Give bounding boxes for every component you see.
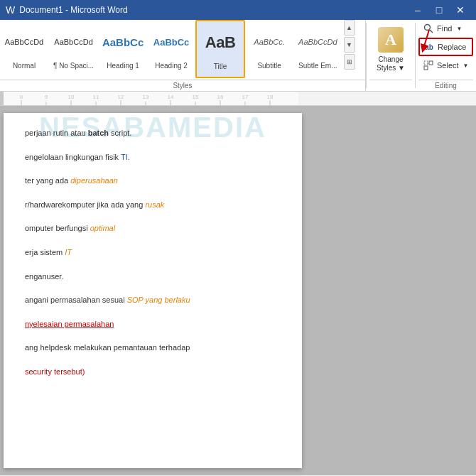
text-blue: TI <box>121 153 128 161</box>
scroll-down-button[interactable]: ▼ <box>344 37 355 53</box>
style-heading1-label: Heading 1 <box>107 62 139 70</box>
title-bar: W Document1 - Microsoft Word – □ ✕ <box>0 0 476 20</box>
svg-point-1 <box>425 25 431 31</box>
style-subtitle-label: Subtitle <box>257 62 281 70</box>
find-button[interactable]: Find ▼ <box>418 20 473 37</box>
style-heading2-preview: AaBbCc <box>152 23 190 60</box>
style-title-label: Title <box>214 63 227 70</box>
style-normal-label: Normal <box>13 62 36 70</box>
style-normal-preview: AaBbCcDd <box>5 23 43 60</box>
svg-rect-4 <box>429 61 433 65</box>
document-area: NESABAMEDIA perjaan rutin atau batch scr… <box>0 106 476 475</box>
editing-section-label: Editing <box>418 80 473 91</box>
select-dropdown-icon: ▼ <box>463 63 469 69</box>
paragraph-1: perjaan rutin atau batch script. <box>25 127 281 140</box>
paragraph-5: omputer berfungsi optimal <box>25 222 281 235</box>
document-page[interactable]: NESABAMEDIA perjaan rutin atau batch scr… <box>4 113 302 468</box>
find-dropdown-icon: ▼ <box>456 26 462 32</box>
select-icon <box>423 60 434 71</box>
style-subtitle-preview: AaBbCc. <box>250 23 288 60</box>
text-span: ter yang ada <box>25 176 70 185</box>
svg-rect-3 <box>424 61 428 65</box>
find-label: Find <box>437 24 452 33</box>
svg-line-2 <box>430 30 433 33</box>
text-span: engelolaan lingkungan fisik <box>25 153 121 161</box>
change-styles-label: ChangeStyles ▼ <box>377 55 405 72</box>
styles-section-label: Styles <box>0 80 365 91</box>
change-styles-section-label <box>369 80 412 91</box>
right-margin <box>302 106 476 475</box>
text-red-underline: nyelesaian permasalahan <box>25 320 114 328</box>
app-icon: W <box>6 4 15 16</box>
styles-items-row: AaBbCcDd Normal AaBbCcDd ¶ No Spaci... A… <box>0 20 365 80</box>
styles-scroll-controls: ▲ ▼ ⊞ <box>342 20 357 70</box>
select-button[interactable]: Select ▼ <box>418 57 473 74</box>
text-orange: optimal <box>90 224 115 232</box>
paragraph-8: angani permasalahan sesuai SOP yang berl… <box>25 294 281 307</box>
style-heading1[interactable]: AaBbCc Heading 1 <box>99 20 147 78</box>
title-bar-controls: – □ ✕ <box>408 0 470 20</box>
text-span: omputer berfungsi <box>25 224 90 232</box>
paragraph-3: ter yang ada diperusahaan <box>25 175 281 188</box>
style-heading2-label: Heading 2 <box>155 62 188 70</box>
document-text: perjaan rutin atau batch script. engelol… <box>25 127 281 379</box>
svg-rect-7 <box>0 92 4 106</box>
text-orange: IT <box>65 248 72 256</box>
change-styles-button[interactable]: A ChangeStyles ▼ <box>373 23 409 76</box>
text-span: script. <box>109 129 131 137</box>
style-title[interactable]: AaB Title <box>195 20 245 78</box>
change-styles-icon: A <box>378 27 404 53</box>
style-normal[interactable]: AaBbCcDd Normal <box>0 20 48 78</box>
scroll-up-button[interactable]: ▲ <box>344 20 355 36</box>
paragraph-2: engelolaan lingkungan fisik TI. <box>25 151 281 164</box>
text-span: perjaan rutin atau <box>25 129 88 137</box>
title-bar-left: W Document1 - Microsoft Word <box>6 4 128 16</box>
text-orange: SOP yang berlaku <box>127 296 190 304</box>
style-nospace[interactable]: AaBbCcDd ¶ No Spaci... <box>48 20 99 78</box>
styles-more-button[interactable]: ⊞ <box>344 54 355 70</box>
style-heading1-preview: AaBbCc <box>104 23 142 60</box>
change-styles-content: A ChangeStyles ▼ <box>373 20 409 80</box>
style-subtle-preview: AaBbCcDd <box>298 23 337 60</box>
replace-label: Replace <box>438 43 466 51</box>
text-span: ang helpdesk melakukan pemantauan terhad… <box>25 343 190 352</box>
style-title-preview: AaB <box>201 24 239 61</box>
close-button[interactable]: ✕ <box>450 0 470 20</box>
style-subtitle[interactable]: AaBbCc. Subtitle <box>245 20 293 78</box>
style-subtle-emphasis[interactable]: AaBbCcDd Subtle Em... <box>293 20 342 78</box>
select-label: Select <box>437 61 459 70</box>
text-span: . <box>128 153 130 161</box>
minimize-button[interactable]: – <box>408 0 428 20</box>
style-heading2[interactable]: AaBbCc Heading 2 <box>147 20 195 78</box>
text-span: enganuser. <box>25 272 63 281</box>
text-span: erja sistem <box>25 248 65 256</box>
replace-icon: ab <box>423 41 435 53</box>
maximize-button[interactable]: □ <box>429 0 449 20</box>
window-title: Document1 - Microsoft Word <box>19 5 128 15</box>
styles-section: AaBbCcDd Normal AaBbCcDd ¶ No Spaci... A… <box>0 20 366 91</box>
ruler: 8 9 10 11 12 13 14 15 16 17 18 <box>0 92 476 106</box>
paragraph-6: erja sistem IT <box>25 247 281 259</box>
paragraph-11: security tersebut) <box>25 366 281 379</box>
text-orange: diperusahaan <box>70 176 118 185</box>
style-subtle-label: Subtle Em... <box>298 62 337 70</box>
text-span: angani permasalahan sesuai <box>25 296 127 304</box>
editing-section: Find ▼ ab Replace Select ▼ <box>416 20 476 91</box>
ruler-svg: 8 9 10 11 12 13 14 15 16 17 18 <box>0 92 476 106</box>
text-red: security tersebut) <box>25 367 85 376</box>
ribbon-content: AaBbCcDd Normal AaBbCcDd ¶ No Spaci... A… <box>0 20 476 91</box>
paragraph-4: r/hardwarekomputer jika ada yang rusak <box>25 199 281 212</box>
text-bold: batch <box>88 129 109 137</box>
paragraph-10: ang helpdesk melakukan pemantauan terhad… <box>25 342 281 355</box>
editing-buttons: Find ▼ ab Replace Select ▼ <box>418 20 473 80</box>
replace-button[interactable]: ab Replace <box>418 38 473 56</box>
style-nospace-label: ¶ No Spaci... <box>53 62 94 70</box>
change-styles-section: A ChangeStyles ▼ <box>367 20 415 91</box>
find-icon <box>423 23 434 34</box>
svg-rect-30 <box>4 92 298 106</box>
paragraph-9: nyelesaian permasalahan <box>25 318 281 331</box>
ribbon: AaBbCcDd Normal AaBbCcDd ¶ No Spaci... A… <box>0 20 476 92</box>
svg-rect-5 <box>424 66 428 70</box>
text-span: r/hardwarekomputer jika ada yang <box>25 200 145 209</box>
text-orange: rusak <box>145 200 164 209</box>
